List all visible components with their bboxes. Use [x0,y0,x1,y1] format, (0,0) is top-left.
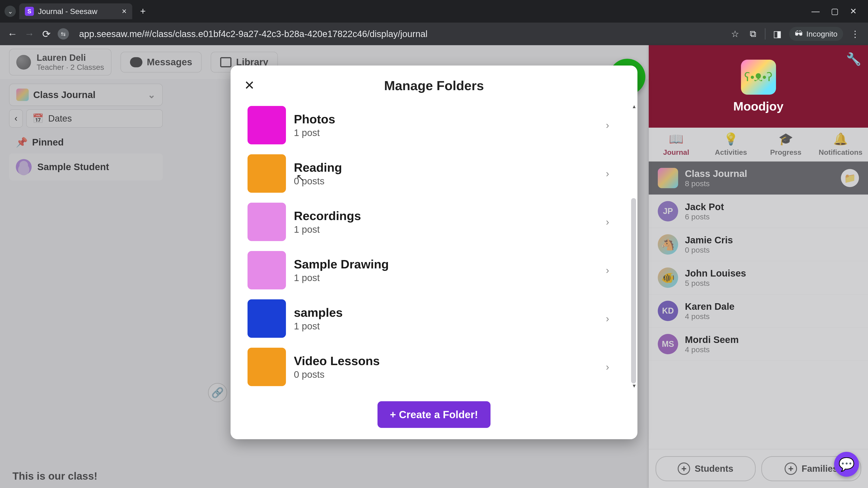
journal-row[interactable]: MSMordi Seem4 posts [649,328,868,361]
tab-activities-label: Activities [715,148,747,157]
plus-circle-icon: + [784,462,797,475]
window-controls: — ▢ ✕ [811,6,864,16]
tab-journal-label: Journal [663,148,689,157]
chevron-right-icon: › [606,265,620,276]
journal-row-name: Class Journal [685,168,747,179]
toolbar-divider [765,28,765,39]
tab-notifications[interactable]: 🔔 Notifications [813,128,868,161]
mouse-cursor-icon: ↖ [296,172,305,183]
folder-post-count: 1 post [294,127,335,138]
chat-fab[interactable]: 💬 [834,452,859,477]
back-button[interactable]: ← [7,28,18,39]
create-folder-button[interactable]: + Create a Folder! [377,401,491,428]
folder-post-count: 0 posts [294,369,380,380]
students-button[interactable]: + Students [655,456,756,481]
chat-bubble-icon: 💬 [838,457,855,472]
side-panel-icon[interactable]: ◨ [771,29,783,39]
journal-row-name: Mordi Seem [685,334,739,345]
student-avatar-icon: JP [658,201,678,221]
journal-row-post-count: 4 posts [685,345,739,354]
close-tab-icon[interactable]: × [122,6,127,16]
journal-row[interactable]: JPJack Pot6 posts [649,195,868,228]
chevron-right-icon: › [606,313,620,324]
browser-toolbar: ← → ⟳ ⇆ app.seesaw.me/#/class/class.e01b… [0,23,868,45]
folder-icon[interactable]: 📁 [841,169,859,187]
folder-color-swatch [248,251,286,289]
tab-journal[interactable]: 📖 Journal [649,128,704,161]
folder-name: Sample Drawing [294,257,389,271]
folder-post-count: 1 post [294,224,361,235]
folder-row[interactable]: Photos1 post› [248,101,620,149]
modal-close-button[interactable]: ✕ [244,78,255,93]
tab-strip: ⌄ S Journal - Seesaw × + — ▢ ✕ [0,0,868,23]
class-tabs: 📖 Journal 💡 Activities 🎓 Progress 🔔 Noti… [649,128,868,162]
modal-title: Manage Folders [230,78,638,93]
journal-row-name: Karen Dale [685,301,735,312]
scrollbar-thumb[interactable] [631,198,636,383]
journal-row-post-count: 4 posts [685,312,735,321]
chevron-right-icon: › [606,216,620,228]
journal-row[interactable]: KDKaren Dale4 posts [649,294,868,328]
journal-row-post-count: 0 posts [685,246,733,254]
folder-color-swatch [248,106,286,144]
scroll-up-arrow-icon[interactable]: ▴ [633,103,636,110]
notifications-icon: 🔔 [833,132,848,146]
kebab-menu-icon[interactable]: ⋮ [849,29,861,39]
class-avatar-icon [658,168,678,188]
forward-button[interactable]: → [24,28,35,39]
journal-row[interactable]: Class Journal8 posts📁 [649,162,868,195]
chevron-right-icon: › [606,361,620,372]
progress-icon: 🎓 [778,132,793,146]
activities-icon: 💡 [723,132,738,146]
incognito-label: Incognito [806,30,837,38]
journal-row-post-count: 5 posts [685,279,746,288]
incognito-chip[interactable]: 🕶 Incognito [789,27,843,41]
folder-row[interactable]: Recordings1 post› [248,198,620,246]
journal-row-post-count: 8 posts [685,179,747,188]
journal-row-name: Jamie Cris [685,235,733,246]
plus-circle-icon: + [678,462,690,475]
new-tab-button[interactable]: + [135,6,150,17]
student-avatar-icon: 🐠 [658,267,678,288]
site-info-icon[interactable]: ⇆ [58,28,69,39]
folder-row[interactable]: Video Lessons0 posts› [248,343,620,391]
reload-button[interactable]: ⟳ [41,28,52,40]
journal-row-post-count: 6 posts [685,213,724,221]
class-avatar-icon [741,60,776,95]
tab-progress[interactable]: 🎓 Progress [758,128,813,161]
tab-progress-label: Progress [770,148,802,157]
journal-row-name: John Louises [685,268,746,279]
chevron-right-icon: › [606,120,620,131]
browser-tab[interactable]: S Journal - Seesaw × [19,3,132,19]
folder-row[interactable]: Sample Drawing1 post› [248,246,620,294]
settings-wrench-icon[interactable]: 🔧 [846,52,861,66]
incognito-icon: 🕶 [795,29,803,39]
folder-post-count: 1 post [294,321,343,332]
journal-row[interactable]: 🐴Jamie Cris0 posts [649,228,868,261]
tab-activities[interactable]: 💡 Activities [704,128,758,161]
folder-color-swatch [248,299,286,338]
scroll-down-arrow-icon[interactable]: ▾ [633,382,636,389]
close-window-icon[interactable]: ✕ [850,6,857,16]
url-bar[interactable]: app.seesaw.me/#/class/class.e01bf4c2-9a2… [74,29,723,39]
folder-color-swatch [248,348,286,386]
journal-row[interactable]: 🐠John Louises5 posts [649,261,868,294]
folder-name: Photos [294,112,335,126]
folder-post-count: 1 post [294,272,389,283]
tab-title: Journal - Seesaw [38,7,118,16]
folder-list[interactable]: ▴ ▾ Photos1 post›Reading0 posts›Recordin… [230,101,638,391]
journal-list[interactable]: Class Journal8 posts📁JPJack Pot6 posts🐴J… [649,162,868,449]
tab-search-dropdown[interactable]: ⌄ [4,6,16,17]
folder-name: samples [294,305,343,320]
folder-row[interactable]: samples1 post› [248,294,620,343]
maximize-icon[interactable]: ▢ [831,6,839,16]
extensions-icon[interactable]: ⧉ [747,29,759,39]
families-label: Families [802,464,838,474]
class-name: Moodjoy [733,99,783,113]
bookmark-star-icon[interactable]: ☆ [729,29,741,39]
tab-notifications-label: Notifications [819,148,863,157]
app-viewport: Lauren Deli Teacher · 2 Classes Messages… [0,45,868,488]
favicon-icon: S [25,7,34,16]
folder-color-swatch [248,154,286,193]
minimize-icon[interactable]: — [811,6,819,16]
